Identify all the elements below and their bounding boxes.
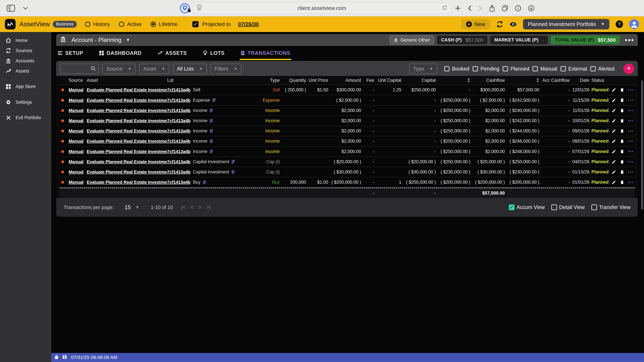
prev-page-button[interactable]: < xyxy=(190,204,194,210)
edit-icon[interactable] xyxy=(612,108,616,113)
lot-link[interactable]: 7cf1413a4b xyxy=(167,128,190,134)
checkbox-icon[interactable] xyxy=(551,204,557,210)
asset-link[interactable]: Evaluate Planned Real Estate Investment xyxy=(87,128,167,133)
projected-date-link[interactable]: 07/26/30 xyxy=(238,21,259,27)
chevron-down-icon[interactable]: ▼ xyxy=(126,38,130,42)
back-icon[interactable] xyxy=(468,5,472,11)
mode-radio-active[interactable]: Active xyxy=(119,21,142,27)
generic-other-button[interactable]: Generic Other xyxy=(390,36,434,44)
delete-icon[interactable] xyxy=(620,180,624,185)
delete-icon[interactable] xyxy=(620,87,624,92)
note-icon[interactable] xyxy=(232,170,235,174)
sidebar-item-exit-portfolio[interactable]: Exit Portfolio xyxy=(0,113,51,123)
help-icon[interactable]: ? xyxy=(616,20,623,28)
note-icon[interactable] xyxy=(210,129,213,133)
assetview-logo-icon[interactable] xyxy=(5,19,16,30)
source-link[interactable]: Manual xyxy=(68,169,84,174)
view-toggle-detail-view[interactable]: Detail View xyxy=(551,204,585,210)
source-link[interactable]: Manual xyxy=(68,128,84,133)
row-more-icon[interactable]: ••• xyxy=(628,88,634,92)
asset-link[interactable]: Evaluate Planned Real Estate Investment xyxy=(87,169,167,174)
filters-dropdown[interactable]: Filters▼ xyxy=(210,64,242,74)
browser-sidebar-toggle-icon[interactable] xyxy=(6,5,15,12)
tab-lots[interactable]: LOTS xyxy=(202,49,226,60)
row-more-icon[interactable]: ••• xyxy=(628,119,634,123)
asset-link[interactable]: Evaluate Planned Real Estate Investment xyxy=(87,149,167,154)
new-button[interactable]: New xyxy=(461,19,490,29)
mode-radio-lifetime[interactable]: Lifetime xyxy=(150,21,178,27)
checkbox-icon[interactable] xyxy=(560,66,566,71)
checkbox-icon[interactable] xyxy=(472,66,478,71)
lots-filter-dropdown[interactable]: All Lots▼ xyxy=(173,64,207,74)
asset-link[interactable]: Evaluate Planned Real Estate Investment xyxy=(87,159,167,164)
asset-link[interactable]: Evaluate Planned Real Estate Investment xyxy=(87,87,167,92)
checkbox-icon[interactable] xyxy=(502,66,508,71)
filter-checkbox-external[interactable]: External xyxy=(560,66,587,72)
delete-icon[interactable] xyxy=(620,139,624,144)
type-filter-dropdown[interactable]: Type▼ xyxy=(409,64,437,74)
view-toggle-transfer-view[interactable]: Transfer View xyxy=(591,204,630,210)
source-link[interactable]: Manual xyxy=(68,139,84,144)
first-page-button[interactable]: |< xyxy=(181,204,186,210)
sidebar-item-home[interactable]: Home xyxy=(0,35,51,45)
reload-icon[interactable] xyxy=(442,4,448,12)
window-scrollbar[interactable] xyxy=(641,80,643,210)
per-page-select[interactable]: 15▼ xyxy=(124,204,139,211)
radio-icon[interactable] xyxy=(150,22,156,27)
lot-link[interactable]: 7cf1413a4b xyxy=(167,180,190,185)
lot-link[interactable]: 7cf1413a4b xyxy=(167,139,190,144)
avatar[interactable] xyxy=(629,19,639,29)
more-menu-icon[interactable]: ●●● xyxy=(625,37,634,42)
download-icon[interactable] xyxy=(528,5,534,11)
note-icon[interactable] xyxy=(210,119,213,123)
note-icon[interactable] xyxy=(232,160,235,164)
address-bar[interactable]: client.assetview.com xyxy=(193,2,452,14)
forward-icon[interactable] xyxy=(478,5,482,11)
search-field[interactable] xyxy=(63,66,91,72)
new-tab-icon[interactable] xyxy=(455,5,461,11)
sidebar-item-accounts[interactable]: Accounts xyxy=(0,56,51,66)
reader-icon[interactable] xyxy=(197,4,202,12)
projected-checkbox[interactable]: ✓ xyxy=(192,21,198,27)
edit-icon[interactable] xyxy=(612,170,616,174)
filter-checkbox-booked[interactable]: Booked xyxy=(444,66,470,72)
source-link[interactable]: Manual xyxy=(68,159,84,164)
row-more-icon[interactable]: ••• xyxy=(628,160,634,164)
row-more-icon[interactable]: ••• xyxy=(628,108,634,113)
delete-icon[interactable] xyxy=(620,129,624,133)
note-icon[interactable] xyxy=(203,180,206,184)
lot-link[interactable]: 7cf1413a4b xyxy=(167,98,190,103)
add-transaction-button[interactable]: + xyxy=(624,63,634,74)
filter-checkbox-manual[interactable]: Manual xyxy=(532,66,557,72)
filter-checkbox-alerted[interactable]: Alerted xyxy=(590,66,614,72)
tab-transactions[interactable]: TRANSACTIONS xyxy=(240,49,291,60)
checkbox-icon[interactable] xyxy=(532,66,538,71)
row-more-icon[interactable]: ••• xyxy=(628,180,634,185)
search-input[interactable] xyxy=(60,64,98,74)
asset-link[interactable]: Evaluate Planned Real Estate Investment xyxy=(87,139,167,144)
radio-icon[interactable] xyxy=(85,22,90,27)
last-page-button[interactable]: >| xyxy=(206,204,211,210)
delete-icon[interactable] xyxy=(620,108,624,113)
note-icon[interactable] xyxy=(210,109,213,112)
edit-icon[interactable] xyxy=(612,88,616,92)
edit-icon[interactable] xyxy=(612,160,616,164)
lot-link[interactable]: 7cf1413a4b xyxy=(167,159,190,164)
checkbox-icon[interactable] xyxy=(444,66,450,71)
next-page-button[interactable]: > xyxy=(198,204,202,210)
source-link[interactable]: Manual xyxy=(68,108,84,113)
edit-icon[interactable] xyxy=(612,180,616,185)
lot-link[interactable]: 7cf1413a4b xyxy=(167,149,190,154)
edit-icon[interactable] xyxy=(612,129,616,133)
lot-link[interactable]: 7cf1413a4b xyxy=(167,108,190,113)
share-icon[interactable] xyxy=(489,4,495,12)
sidebar-item-sources[interactable]: Sources xyxy=(0,45,51,56)
note-icon[interactable] xyxy=(210,150,213,153)
url-text[interactable]: client.assetview.com xyxy=(202,5,442,11)
radio-icon[interactable] xyxy=(119,22,124,27)
source-link[interactable]: Manual xyxy=(68,180,84,185)
row-more-icon[interactable]: ••• xyxy=(628,129,634,133)
delete-icon[interactable] xyxy=(620,149,624,154)
tab-setup[interactable]: SETUP xyxy=(57,49,84,60)
checkbox-icon[interactable] xyxy=(590,66,596,71)
